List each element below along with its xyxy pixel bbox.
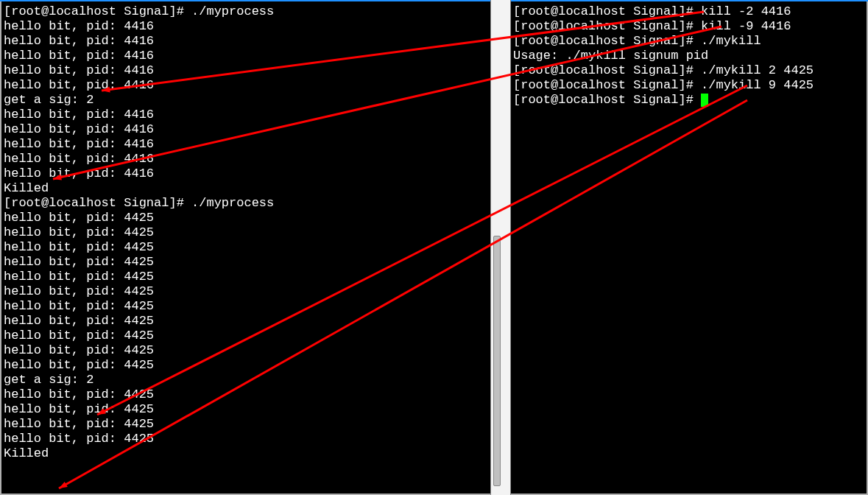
- terminal-right[interactable]: [root@localhost Signal]# kill -2 4416[ro…: [511, 1, 867, 494]
- output-line: hello bit, pid: 4425: [4, 329, 488, 343]
- output-line: hello bit, pid: 4416: [4, 166, 488, 181]
- output-line: hello bit, pid: 4425: [4, 255, 488, 270]
- output-line: hello bit, pid: 4416: [4, 19, 488, 34]
- output-line: hello bit, pid: 4425: [4, 211, 488, 225]
- terminal-left[interactable]: [root@localhost Signal]# ./myprocesshell…: [1, 1, 490, 494]
- output-line: hello bit, pid: 4425: [4, 240, 488, 255]
- output-line: hello bit, pid: 4416: [4, 78, 488, 93]
- output-line: hello bit, pid: 4416: [4, 122, 488, 137]
- prompt-line: [root@localhost Signal]# kill -2 4416: [513, 4, 864, 19]
- output-line: get a sig: 2: [4, 93, 488, 108]
- output-line: hello bit, pid: 4425: [4, 387, 488, 402]
- output-line: Killed: [4, 181, 488, 196]
- prompt-line: [root@localhost Signal]# ./myprocess: [4, 196, 488, 211]
- output-line: get a sig: 2: [4, 373, 488, 387]
- prompt-line: [root@localhost Signal]# ./mykill 2 4425: [513, 63, 864, 78]
- output-line: hello bit, pid: 4416: [4, 63, 488, 78]
- output-line: hello bit, pid: 4425: [4, 314, 488, 329]
- output-line: Killed: [4, 446, 488, 461]
- output-line: hello bit, pid: 4416: [4, 108, 488, 122]
- prompt-line: [root@localhost Signal]# ./mykill 9 4425: [513, 78, 864, 93]
- output-line: hello bit, pid: 4425: [4, 343, 488, 358]
- scrollbar-thumb[interactable]: [493, 236, 501, 486]
- output-line: hello bit, pid: 4416: [4, 34, 488, 49]
- output-line: hello bit, pid: 4416: [4, 49, 488, 63]
- output-line: hello bit, pid: 4425: [4, 358, 488, 373]
- prompt-line: [root@localhost Signal]# kill -9 4416: [513, 19, 864, 34]
- cursor: [701, 94, 708, 107]
- output-line: hello bit, pid: 4425: [4, 299, 488, 314]
- prompt-line: [root@localhost Signal]# ./mykill: [513, 34, 864, 49]
- output-line: hello bit, pid: 4425: [4, 402, 488, 417]
- output-line: hello bit, pid: 4425: [4, 432, 488, 446]
- output-line: hello bit, pid: 4425: [4, 270, 488, 284]
- output-line: hello bit, pid: 4416: [4, 137, 488, 152]
- output-line: hello bit, pid: 4416: [4, 152, 488, 166]
- output-line: Usage: ./mykill signum pid: [513, 49, 864, 63]
- output-line: hello bit, pid: 4425: [4, 225, 488, 240]
- prompt-line: [root@localhost Signal]#: [513, 93, 864, 108]
- prompt-line: [root@localhost Signal]# ./myprocess: [4, 4, 488, 19]
- output-line: hello bit, pid: 4425: [4, 417, 488, 432]
- output-line: hello bit, pid: 4425: [4, 284, 488, 299]
